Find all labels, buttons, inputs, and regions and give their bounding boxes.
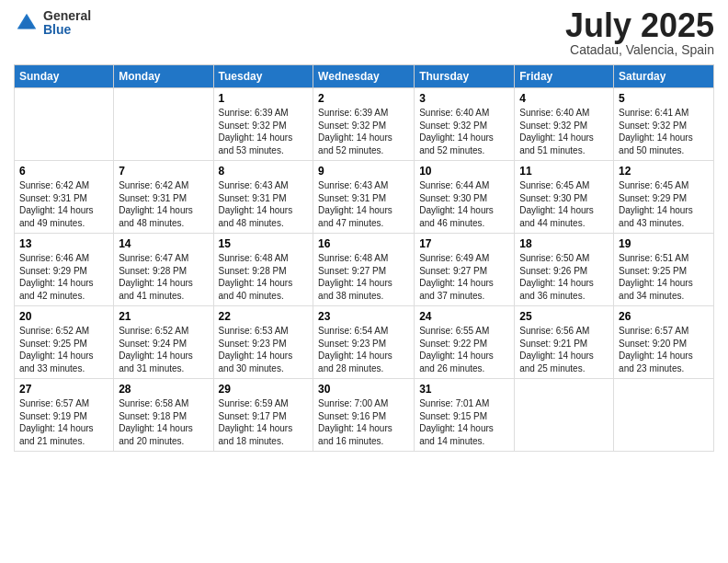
day-info: Sunrise: 6:39 AMSunset: 9:32 PMDaylight:…: [219, 107, 309, 156]
day-number: 25: [519, 310, 609, 323]
calendar-cell: 7Sunrise: 6:42 AMSunset: 9:31 PMDaylight…: [114, 161, 213, 234]
logo-general-text: General: [43, 9, 91, 23]
day-number: 7: [119, 165, 208, 178]
calendar-cell: 20Sunrise: 6:52 AMSunset: 9:25 PMDayligh…: [15, 306, 114, 379]
day-info: Sunrise: 6:56 AMSunset: 9:21 PMDaylight:…: [519, 325, 609, 374]
calendar-cell: 27Sunrise: 6:57 AMSunset: 9:19 PMDayligh…: [15, 379, 114, 452]
page: General Blue July 2025 Catadau, Valencia…: [0, 0, 728, 563]
calendar-header-monday: Monday: [114, 65, 213, 88]
day-info: Sunrise: 6:48 AMSunset: 9:27 PMDaylight:…: [318, 252, 409, 302]
day-info: Sunrise: 6:48 AMSunset: 9:28 PMDaylight:…: [219, 252, 309, 302]
day-info: Sunrise: 6:58 AMSunset: 9:18 PMDaylight:…: [119, 397, 208, 447]
calendar-cell: 2Sunrise: 6:39 AMSunset: 9:32 PMDaylight…: [313, 88, 415, 161]
day-info: Sunrise: 6:59 AMSunset: 9:17 PMDaylight:…: [219, 397, 309, 447]
day-number: 2: [318, 92, 409, 105]
day-number: 29: [219, 383, 309, 396]
day-number: 11: [519, 165, 609, 178]
day-number: 17: [419, 237, 509, 250]
day-info: Sunrise: 6:43 AMSunset: 9:31 PMDaylight:…: [318, 179, 409, 229]
calendar-cell: 12Sunrise: 6:45 AMSunset: 9:29 PMDayligh…: [614, 161, 714, 234]
day-info: Sunrise: 7:01 AMSunset: 9:15 PMDaylight:…: [419, 397, 509, 447]
calendar-cell: 16Sunrise: 6:48 AMSunset: 9:27 PMDayligh…: [313, 234, 415, 306]
calendar-cell: 26Sunrise: 6:57 AMSunset: 9:20 PMDayligh…: [614, 306, 714, 379]
day-number: 23: [318, 310, 409, 323]
day-info: Sunrise: 6:43 AMSunset: 9:31 PMDaylight:…: [219, 179, 309, 229]
day-number: 4: [519, 92, 609, 105]
calendar-table: SundayMondayTuesdayWednesdayThursdayFrid…: [14, 64, 714, 452]
calendar-cell: 9Sunrise: 6:43 AMSunset: 9:31 PMDaylight…: [313, 161, 415, 234]
calendar-cell: 18Sunrise: 6:50 AMSunset: 9:26 PMDayligh…: [515, 234, 614, 306]
day-info: Sunrise: 6:46 AMSunset: 9:29 PMDaylight:…: [19, 252, 108, 302]
calendar-cell: 23Sunrise: 6:54 AMSunset: 9:23 PMDayligh…: [313, 306, 415, 379]
calendar-cell: [114, 88, 213, 161]
day-info: Sunrise: 6:50 AMSunset: 9:26 PMDaylight:…: [519, 252, 609, 302]
calendar-cell: 13Sunrise: 6:46 AMSunset: 9:29 PMDayligh…: [15, 234, 114, 306]
calendar-header-sunday: Sunday: [15, 65, 114, 88]
calendar-cell: 4Sunrise: 6:40 AMSunset: 9:32 PMDaylight…: [515, 88, 614, 161]
day-info: Sunrise: 6:40 AMSunset: 9:32 PMDaylight:…: [419, 107, 509, 156]
day-number: 10: [419, 165, 509, 178]
day-number: 21: [119, 310, 208, 323]
calendar-cell: 31Sunrise: 7:01 AMSunset: 9:15 PMDayligh…: [415, 379, 515, 452]
logo-blue-text: Blue: [43, 23, 91, 37]
calendar-cell: [614, 379, 714, 452]
day-info: Sunrise: 6:57 AMSunset: 9:19 PMDaylight:…: [19, 397, 108, 447]
day-number: 24: [419, 310, 509, 323]
day-number: 9: [318, 165, 409, 178]
day-info: Sunrise: 6:47 AMSunset: 9:28 PMDaylight:…: [119, 252, 208, 302]
calendar-cell: [15, 88, 114, 161]
calendar-cell: 25Sunrise: 6:56 AMSunset: 9:21 PMDayligh…: [515, 306, 614, 379]
day-info: Sunrise: 6:49 AMSunset: 9:27 PMDaylight:…: [419, 252, 509, 302]
day-number: 19: [619, 237, 709, 250]
calendar-cell: 19Sunrise: 6:51 AMSunset: 9:25 PMDayligh…: [614, 234, 714, 306]
calendar-cell: 30Sunrise: 7:00 AMSunset: 9:16 PMDayligh…: [313, 379, 415, 452]
calendar-cell: 6Sunrise: 6:42 AMSunset: 9:31 PMDaylight…: [15, 161, 114, 234]
day-info: Sunrise: 6:42 AMSunset: 9:31 PMDaylight:…: [19, 179, 108, 229]
day-info: Sunrise: 6:57 AMSunset: 9:20 PMDaylight:…: [619, 325, 709, 374]
day-number: 15: [219, 237, 309, 250]
calendar-week-row: 13Sunrise: 6:46 AMSunset: 9:29 PMDayligh…: [15, 234, 714, 306]
day-info: Sunrise: 6:51 AMSunset: 9:25 PMDaylight:…: [619, 252, 709, 302]
calendar-week-row: 1Sunrise: 6:39 AMSunset: 9:32 PMDaylight…: [15, 88, 714, 161]
day-number: 20: [19, 310, 108, 323]
calendar-cell: 5Sunrise: 6:41 AMSunset: 9:32 PMDaylight…: [614, 88, 714, 161]
day-number: 27: [19, 383, 108, 396]
calendar-cell: 15Sunrise: 6:48 AMSunset: 9:28 PMDayligh…: [213, 234, 313, 306]
calendar-cell: 10Sunrise: 6:44 AMSunset: 9:30 PMDayligh…: [415, 161, 515, 234]
calendar-cell: 3Sunrise: 6:40 AMSunset: 9:32 PMDaylight…: [415, 88, 515, 161]
day-info: Sunrise: 7:00 AMSunset: 9:16 PMDaylight:…: [318, 397, 409, 447]
day-number: 1: [219, 92, 309, 105]
calendar-cell: 28Sunrise: 6:58 AMSunset: 9:18 PMDayligh…: [114, 379, 213, 452]
calendar-header-row: SundayMondayTuesdayWednesdayThursdayFrid…: [15, 65, 714, 88]
day-info: Sunrise: 6:44 AMSunset: 9:30 PMDaylight:…: [419, 179, 509, 229]
calendar-header-wednesday: Wednesday: [313, 65, 415, 88]
day-number: 14: [119, 237, 208, 250]
day-info: Sunrise: 6:42 AMSunset: 9:31 PMDaylight:…: [119, 179, 208, 229]
calendar-cell: 1Sunrise: 6:39 AMSunset: 9:32 PMDaylight…: [213, 88, 313, 161]
logo-text: General Blue: [43, 9, 91, 38]
calendar-week-row: 20Sunrise: 6:52 AMSunset: 9:25 PMDayligh…: [15, 306, 714, 379]
day-number: 8: [219, 165, 309, 178]
day-info: Sunrise: 6:52 AMSunset: 9:25 PMDaylight:…: [19, 325, 108, 374]
day-info: Sunrise: 6:55 AMSunset: 9:22 PMDaylight:…: [419, 325, 509, 374]
day-number: 18: [519, 237, 609, 250]
day-number: 30: [318, 383, 409, 396]
title-block: July 2025 Catadau, Valencia, Spain: [565, 9, 714, 57]
calendar-cell: 24Sunrise: 6:55 AMSunset: 9:22 PMDayligh…: [415, 306, 515, 379]
day-number: 12: [619, 165, 709, 178]
calendar-cell: 29Sunrise: 6:59 AMSunset: 9:17 PMDayligh…: [213, 379, 313, 452]
day-number: 31: [419, 383, 509, 396]
calendar-cell: 21Sunrise: 6:52 AMSunset: 9:24 PMDayligh…: [114, 306, 213, 379]
calendar-cell: 14Sunrise: 6:47 AMSunset: 9:28 PMDayligh…: [114, 234, 213, 306]
day-number: 26: [619, 310, 709, 323]
day-number: 13: [19, 237, 108, 250]
day-number: 6: [19, 165, 108, 178]
calendar-header-thursday: Thursday: [415, 65, 515, 88]
calendar-header-friday: Friday: [515, 65, 614, 88]
day-info: Sunrise: 6:45 AMSunset: 9:29 PMDaylight:…: [619, 179, 709, 229]
logo-icon: [14, 10, 40, 36]
header: General Blue July 2025 Catadau, Valencia…: [14, 9, 714, 57]
day-info: Sunrise: 6:39 AMSunset: 9:32 PMDaylight:…: [318, 107, 409, 156]
location: Catadau, Valencia, Spain: [565, 42, 714, 57]
calendar-cell: 11Sunrise: 6:45 AMSunset: 9:30 PMDayligh…: [515, 161, 614, 234]
